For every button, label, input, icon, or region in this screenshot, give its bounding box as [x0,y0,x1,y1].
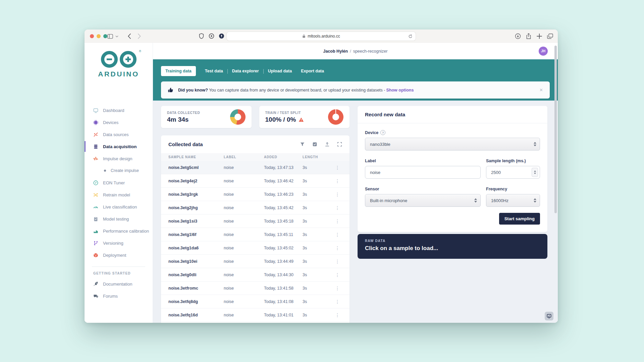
table-body: noise.3etg5cml noise Today, 13:47:13 3s … [161,161,350,322]
thumbs-up-icon [168,87,173,93]
privacy-icon[interactable] [219,33,224,39]
row-menu-icon[interactable]: ⋮ [333,165,342,170]
sidebar-item[interactable]: Live classification [85,201,153,213]
table-row[interactable]: noise.3etfromc noise Today, 13:41:58 3s … [161,282,350,295]
table-row[interactable]: noise.3etfq16d noise Today, 13:41:01 3s … [161,308,350,322]
sidebar-item[interactable]: Retrain model [85,189,153,201]
share-icon[interactable] [526,33,532,39]
sidebar-item-label: Forums [103,294,118,299]
sidebar-item[interactable]: Performance calibration [85,225,153,237]
plus-icon[interactable] [536,33,542,39]
sample-name: noise.3etg2jhg [168,205,224,210]
sidebar-item-label: Live classification [103,204,137,209]
traffic-light[interactable] [90,34,94,38]
sidebar-toggle-icon[interactable] [107,34,113,39]
close-icon[interactable]: ✕ [539,87,543,93]
row-menu-icon[interactable]: ⋮ [333,205,342,210]
traffic-light[interactable] [97,34,101,38]
device-select[interactable]: nano33ble [365,138,540,150]
table-row[interactable]: noise.3etg3rgk noise Today, 13:46:23 3s … [161,188,350,201]
table-row[interactable]: noise.3etg1da6 noise Today, 13:45:02 3s … [161,241,350,255]
forward-icon[interactable] [138,34,141,39]
tabs-icon[interactable] [547,33,553,39]
sidebar-item[interactable]: Dashboard [85,104,153,116]
tab[interactable]: Test data [205,66,223,76]
table-row[interactable]: noise.3etg2jhg noise Today, 13:45:42 3s … [161,201,350,215]
frequency-select[interactable]: 16000Hz [486,194,540,207]
stat-cards: DATA COLLECTED 4m 34s TRAIN / TEST SP [161,106,350,128]
sample-length: 3s [303,192,333,197]
sidebar-item-label: Retrain model [103,192,130,197]
row-menu-icon[interactable]: ⋮ [333,299,342,304]
feedback-button[interactable] [545,312,553,320]
table-row[interactable]: noise.3etg5cml noise Today, 13:47:13 3s … [161,161,350,174]
tab[interactable]: Data explorer [232,66,259,76]
table-row[interactable]: noise.3etg1si3 noise Today, 13:45:18 3s … [161,215,350,228]
spinner-icon[interactable] [532,168,538,177]
row-menu-icon[interactable]: ⋮ [333,232,342,237]
table-row[interactable]: noise.3etg0dli noise Today, 13:44:30 3s … [161,268,350,282]
chevron-down-icon[interactable] [115,35,118,38]
sidebar-item[interactable]: EON Tuner [85,177,153,189]
row-menu-icon[interactable]: ⋮ [333,245,342,251]
column-header: SAMPLE NAME [168,155,224,159]
sidebar-item-label: Data sources [103,132,129,137]
filter-icon[interactable] [300,142,305,147]
device-label: Device [365,130,378,135]
sidebar-item[interactable]: Forums [85,290,153,302]
start-sampling-button[interactable]: Start sampling [499,213,540,225]
sample-length: 3s [303,205,333,210]
sidebar-item[interactable]: Impulse design [85,153,153,165]
sidebar-item[interactable]: Data acquisition [85,140,153,153]
row-menu-icon[interactable]: ⋮ [333,312,342,318]
expand-icon[interactable] [337,142,342,147]
row-menu-icon[interactable]: ⋮ [333,272,342,278]
sidebar-item[interactable]: Data sources [85,128,153,140]
row-menu-icon[interactable]: ⋮ [333,259,342,264]
help-icon[interactable]: ? [380,130,385,135]
row-menu-icon[interactable]: ⋮ [333,219,342,224]
row-menu-icon[interactable]: ⋮ [333,192,342,197]
tab[interactable]: Export data [301,66,324,76]
sample-added: Today, 13:41:01 [264,313,303,317]
show-options-link[interactable]: Show options [386,88,414,93]
clipboard-icon [93,217,98,222]
sidebar-item[interactable]: Create impulse [85,165,153,177]
label-input[interactable] [365,166,481,179]
sidebar-item-label: Versioning [103,241,123,246]
collected-data-title: Collected data [168,141,203,147]
shield-icon[interactable] [199,33,204,39]
back-icon[interactable] [127,34,131,39]
url-bar[interactable]: mltools.arduino.cc [227,32,416,41]
sidebar-item[interactable]: Devices [85,116,153,128]
sidebar-item[interactable]: Documentation [85,278,153,290]
tab[interactable]: Upload data [268,66,292,76]
table-row[interactable]: noise.3etg4ej2 noise Today, 13:46:42 3s … [161,174,350,188]
scrollbar[interactable] [554,46,557,213]
avatar[interactable]: JH [539,47,548,56]
reload-icon[interactable] [408,34,413,39]
sidebar-item-label: Performance calibration [103,229,149,234]
project-name[interactable]: speech-recognizer [353,49,388,54]
sidebar-item[interactable]: Deployment [85,249,153,261]
sidebar-item[interactable]: Versioning [85,237,153,249]
web-page: ® ARDUINO Dashboard Devices Data source [85,43,558,323]
table-row[interactable]: noise.3etg1l6f noise Today, 13:45:11 3s … [161,228,350,241]
sidebar-item[interactable]: Model testing [85,213,153,225]
sensor-select[interactable]: Built-in microphone [365,194,481,207]
user-name[interactable]: Jacob Hylén [323,49,348,54]
checkbox-icon[interactable] [312,142,317,147]
sample-name: noise.3etg3rgk [168,192,224,197]
tab[interactable]: Training data [161,66,196,76]
extension-icon[interactable] [209,33,214,39]
traffic-light[interactable] [103,34,107,38]
sample-name: noise.3etg0dli [168,273,224,277]
table-row[interactable]: noise.3etg10ei noise Today, 13:44:49 3s … [161,255,350,268]
row-menu-icon[interactable]: ⋮ [333,178,342,184]
download-icon[interactable] [515,33,521,39]
logo-text: ARDUINO [85,70,153,78]
row-menu-icon[interactable]: ⋮ [333,286,342,291]
table-row[interactable]: noise.3etfq8dg noise Today, 13:41:08 3s … [161,295,350,308]
upload-icon[interactable] [325,142,330,147]
sample-length: 3s [303,273,333,277]
